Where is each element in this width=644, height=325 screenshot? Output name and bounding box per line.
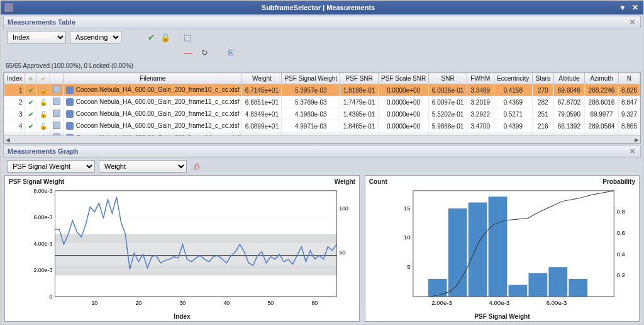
index-cell: 3	[4, 108, 25, 120]
svg-rect-35	[508, 285, 527, 297]
svg-text:8.00e-3: 8.00e-3	[33, 188, 52, 194]
lock-icon: 🔓	[40, 123, 47, 130]
svg-rect-34	[488, 197, 507, 297]
image-icon	[53, 110, 60, 117]
svg-text:0.8: 0.8	[616, 209, 625, 215]
toggle-button[interactable]: ⬚	[183, 31, 192, 43]
column-header[interactable]: Filename	[63, 73, 242, 84]
file-icon	[66, 98, 74, 106]
svg-text:6.00e-3: 6.00e-3	[547, 300, 567, 306]
titlebar: SubframeSelector | Measurements ▾ ✕	[1, 1, 643, 14]
chart-ylabel-left: Count	[369, 178, 387, 185]
scroll-left-icon[interactable]: ◀	[4, 137, 11, 143]
sort-field-select[interactable]: Index	[7, 31, 66, 43]
column-header[interactable]: N	[618, 73, 640, 84]
window-title: SubframeSelector | Measurements	[18, 4, 618, 11]
status-text: 65/65 Approved (100.00%), 0 Locked (0.00…	[1, 61, 643, 72]
minimize-button[interactable]: ▾	[618, 3, 627, 12]
horizontal-scrollbar[interactable]: ◀ ▶	[4, 135, 640, 143]
image-icon	[53, 86, 60, 93]
index-cell: 4	[4, 120, 25, 132]
svg-text:50: 50	[267, 300, 274, 306]
table-scroll[interactable]: Index⎌⎌FilenameWeightPSF Signal WeightPS…	[4, 72, 640, 135]
column-header[interactable]: Stars	[532, 73, 553, 84]
column-header[interactable]: Eccentricity	[494, 73, 532, 84]
svg-text:2.00e-3: 2.00e-3	[33, 267, 52, 273]
column-header[interactable]: PSF Signal Weight	[282, 73, 340, 84]
svg-text:30: 30	[179, 300, 186, 306]
table-row[interactable]: 3✔🔓Cocoon Nebula_HA_600.00_Gain_200_fram…	[4, 108, 640, 120]
column-header[interactable]: PSF Scale SNR	[379, 73, 429, 84]
table-row[interactable]: 4✔🔓Cocoon Nebula_HA_600.00_Gain_200_fram…	[4, 120, 640, 132]
svg-text:10: 10	[91, 300, 97, 306]
column-header[interactable]: Index	[4, 73, 25, 84]
svg-text:0: 0	[50, 294, 53, 300]
svg-rect-1	[55, 244, 336, 266]
section-title: Measurements Graph	[8, 147, 78, 155]
filename-cell: Cocoon Nebula_HA_600.00_Gain_200_frame10…	[63, 84, 242, 96]
approve-button[interactable]: ✔	[147, 31, 156, 43]
svg-text:0.4: 0.4	[616, 251, 625, 257]
svg-text:2.00e-3: 2.00e-3	[431, 300, 452, 306]
lock-icon: 🔓	[40, 99, 47, 106]
column-header[interactable]: SNR	[429, 73, 467, 84]
collapse-icon[interactable]: ✕	[628, 18, 636, 26]
svg-rect-38	[569, 279, 587, 297]
col-lock[interactable]: ⎌	[36, 73, 50, 84]
svg-text:4.00e-3: 4.00e-3	[33, 241, 52, 247]
graph-y1-select[interactable]: PSF Signal Weight	[7, 160, 95, 173]
table-row[interactable]: 2✔🔓Cocoon Nebula_HA_600.00_Gain_200_fram…	[4, 96, 640, 108]
column-header[interactable]: FWHM	[467, 73, 494, 84]
save-csv-button[interactable]: ⎘	[225, 46, 237, 59]
export-graph-button[interactable]: ⎙	[191, 160, 203, 173]
svg-text:6.00e-3: 6.00e-3	[33, 214, 52, 220]
svg-text:5: 5	[407, 265, 410, 270]
svg-text:4.00e-3: 4.00e-3	[489, 300, 509, 306]
filename-cell: Cocoon Nebula_HA_600.00_Gain_200_frame13…	[63, 120, 242, 132]
graph-y2-select[interactable]: Weight	[99, 160, 187, 173]
graph-toolbar: PSF Signal Weight Weight ⎙	[3, 157, 641, 175]
svg-text:60: 60	[311, 300, 318, 306]
scroll-right-icon[interactable]: ▶	[633, 137, 640, 143]
column-header[interactable]: PSF SNR	[340, 73, 379, 84]
collapse-icon[interactable]: ✕	[628, 147, 636, 156]
measurements-table-header[interactable]: Measurements Table ✕	[3, 16, 641, 28]
app-icon	[4, 3, 13, 12]
col-approve[interactable]: ⎌	[25, 73, 36, 84]
measurements-table: Index⎌⎌FilenameWeightPSF Signal WeightPS…	[3, 72, 641, 144]
reset-button[interactable]: ↻	[198, 46, 211, 59]
section-title: Measurements Table	[8, 18, 75, 26]
svg-rect-33	[469, 202, 487, 296]
check-icon: ✔	[28, 87, 33, 94]
column-header[interactable]: Altitude	[553, 73, 584, 84]
table-toolbar-row2: — ↻ ⎘	[3, 43, 641, 61]
column-header[interactable]: Weight	[242, 73, 282, 84]
file-icon	[66, 86, 74, 94]
svg-text:20: 20	[135, 300, 142, 306]
check-icon: ✔	[28, 111, 33, 118]
chart-xlabel: PSF Signal Weight	[474, 313, 530, 320]
filename-cell: Cocoon Nebula_HA_600.00_Gain_200_frame11…	[63, 96, 242, 108]
check-icon: ✔	[28, 123, 33, 130]
svg-text:0.2: 0.2	[616, 273, 625, 278]
svg-text:40: 40	[223, 300, 230, 306]
svg-text:50: 50	[339, 249, 345, 256]
column-header[interactable]: Azimuth	[585, 73, 619, 84]
reject-button[interactable]: —	[182, 46, 194, 59]
lock-icon: 🔓	[40, 87, 47, 94]
column-header[interactable]	[50, 73, 63, 84]
svg-rect-36	[528, 273, 547, 297]
image-icon	[53, 122, 60, 129]
line-chart: PSF Signal Weight Weight Index 02.00e-34…	[4, 175, 360, 322]
image-icon	[53, 98, 60, 105]
close-button[interactable]: ✕	[631, 3, 640, 12]
sort-direction-select[interactable]: Ascending	[70, 31, 121, 43]
chart-ylabel-right: Probability	[602, 178, 635, 185]
table-row[interactable]: 1✔🔓Cocoon Nebula_HA_600.00_Gain_200_fram…	[4, 84, 640, 96]
lock-button[interactable]: 🔒	[160, 31, 171, 43]
chart-ylabel-right: Weight	[335, 178, 355, 185]
file-icon	[66, 110, 74, 118]
chart-ylabel-left: PSF Signal Weight	[9, 178, 64, 185]
check-icon: ✔	[28, 99, 33, 106]
measurements-graph-header[interactable]: Measurements Graph ✕	[3, 145, 641, 157]
